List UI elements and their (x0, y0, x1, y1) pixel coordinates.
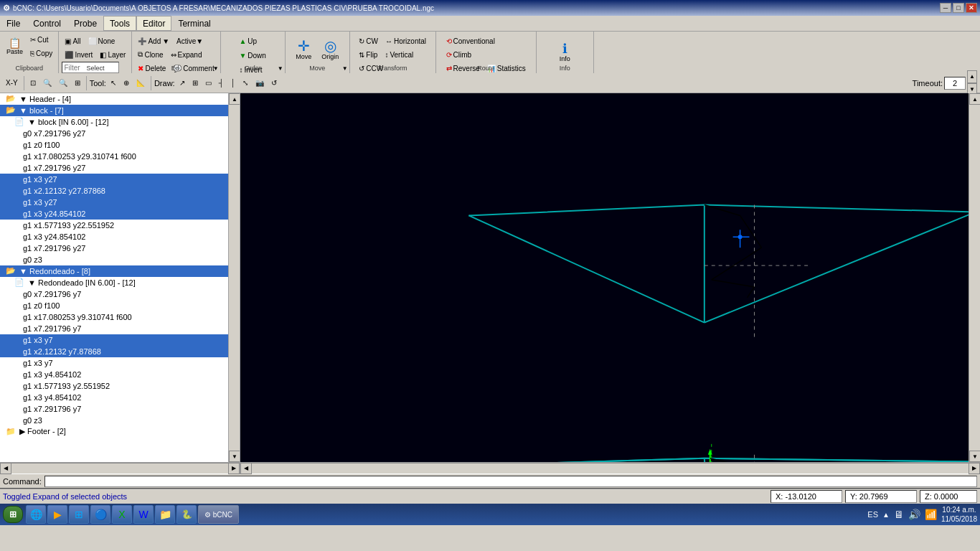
tree-item[interactable]: g1 x3 y7 (0, 334, 228, 346)
draw-undo-button[interactable]: ↺ (268, 77, 280, 90)
zoom-out-button[interactable]: 🔍 (56, 77, 70, 90)
cw-button[interactable]: ↻ CW (356, 34, 381, 47)
timeout-input[interactable] (944, 77, 966, 90)
lp-hscroll-track[interactable] (11, 463, 228, 474)
taskbar-excel-button[interactable]: X (112, 505, 132, 524)
command-input[interactable] (44, 476, 977, 487)
tree-item[interactable]: 📂 ▼ Header - [4] (0, 93, 228, 105)
zoom-fit-button[interactable]: ⊡ (27, 77, 39, 90)
zoom-in-button[interactable]: 🔍 (40, 77, 55, 90)
tool-measure-button[interactable]: 📐 (133, 77, 148, 90)
draw-camera-button[interactable]: 📷 (253, 77, 267, 90)
climb-button[interactable]: ⟳ Climb (443, 48, 475, 61)
cut-button[interactable]: ✂ Cut (27, 34, 55, 47)
add-button[interactable]: ➕ Add ▼ (135, 34, 172, 47)
draw-mark-button[interactable]: │ (228, 77, 238, 90)
order-up-button[interactable]: ▲ Up (236, 34, 268, 47)
canvas-hscroll-track[interactable] (252, 463, 969, 474)
timeout-up-button[interactable]: ▲ (967, 70, 977, 83)
draw-grid-button[interactable]: ⊞ (189, 77, 201, 90)
canvas-scroll-track[interactable] (969, 105, 980, 451)
taskbar-media-button[interactable]: ▶ (47, 505, 67, 524)
taskbar-ie-button[interactable]: 🌐 (26, 505, 46, 524)
tree-item[interactable]: g1 z0 f100 (0, 300, 228, 311)
taskbar-chrome-button[interactable]: 🔵 (90, 505, 110, 524)
menu-terminal[interactable]: Terminal (171, 16, 217, 31)
maximize-button[interactable]: □ (953, 3, 964, 13)
menu-probe[interactable]: Probe (67, 16, 103, 31)
info-button[interactable]: ℹ Info (554, 39, 575, 66)
tree-item[interactable]: g1 x1.577193 y22.551952 (0, 220, 228, 231)
taskbar-files-button[interactable]: 📁 (155, 505, 175, 524)
coord-xy-button[interactable]: X-Y (3, 77, 21, 90)
tree-item[interactable]: g1 x3 y24.854102 (0, 208, 228, 220)
copy-button[interactable]: ⎘ Copy (27, 47, 55, 60)
tree-item[interactable]: 📂 ▼ Redondeado - [8] (0, 265, 228, 277)
move-button[interactable]: ✛ Move (292, 36, 315, 63)
tree-item[interactable]: g1 x3 y4.854102 (0, 369, 228, 380)
origin-button[interactable]: ◎ Origin (318, 36, 342, 63)
select-none-button[interactable]: ⬜ None (85, 34, 118, 47)
canvas-scroll-up-button[interactable]: ▲ (969, 93, 980, 105)
expand-button[interactable]: ⇔ Expand (168, 48, 205, 61)
menu-tools[interactable]: Tools (103, 16, 136, 31)
tool-cursor-button[interactable]: ↖ (108, 77, 119, 90)
paste-button[interactable]: 📋 Paste (3, 33, 27, 60)
tree-item[interactable]: g1 x7.291796 y7 (0, 323, 228, 334)
taskbar-windows-button[interactable]: ⊞ (69, 505, 89, 524)
draw-rect-button[interactable]: ▭ (202, 77, 215, 90)
tree-item[interactable]: g1 x7.291796 y27 (0, 242, 228, 254)
tree-item[interactable]: 📂 ▼ block - [7] (0, 105, 228, 116)
tree-item[interactable]: g1 x17.080253 y9.310741 f600 (0, 311, 228, 323)
canvas-hscroll-right-button[interactable]: ▶ (969, 463, 980, 474)
draw-rapid-button[interactable]: ⤡ (240, 77, 251, 90)
tree-item[interactable]: 📁 ▶ Footer - [2] (0, 426, 228, 438)
tool-crosshair-button[interactable]: ⊕ (121, 77, 132, 90)
horizontal-button[interactable]: ↔ Horizontal (382, 34, 429, 47)
tree-item[interactable]: g1 x3 y4.854102 (0, 392, 228, 403)
lp-hscroll-left-button[interactable]: ◀ (0, 463, 11, 474)
scroll-up-button[interactable]: ▲ (229, 93, 240, 105)
menu-editor[interactable]: Editor (136, 16, 171, 31)
close-button[interactable]: ✕ (966, 3, 977, 13)
taskbar-python-button[interactable]: 🐍 (176, 505, 197, 524)
tree-item[interactable]: 📄 ▼ block [IN 6.00] - [12] (0, 116, 228, 128)
zoom-select-button[interactable]: ⊞ (72, 77, 83, 90)
taskbar-bcnc-button[interactable]: ⚙ bCNC (198, 505, 239, 524)
tree-item[interactable]: g1 x1.577193 y2.551952 (0, 380, 228, 392)
scroll-track[interactable] (229, 105, 240, 451)
menu-control[interactable]: Control (27, 16, 67, 31)
start-button[interactable]: ⊞ (3, 506, 23, 523)
draw-path-button[interactable]: ↗ (176, 77, 188, 90)
minimize-button[interactable]: ─ (940, 3, 951, 13)
tree-item[interactable]: g1 x17.080253 y29.310741 f600 (0, 151, 228, 162)
tree-item[interactable]: g0 x7.291796 y27 (0, 128, 228, 139)
canvas-area[interactable] (240, 93, 969, 462)
tree-item[interactable]: g0 x7.291796 y7 (0, 288, 228, 300)
tree-item[interactable]: g1 x3 y24.854102 (0, 231, 228, 242)
tree-item[interactable]: g0 z3 (0, 254, 228, 265)
menu-file[interactable]: File (0, 16, 27, 31)
order-down-button[interactable]: ▼ Down (236, 49, 268, 62)
tree-item[interactable]: g0 z3 (0, 415, 228, 426)
flip-button[interactable]: ⇅ Flip (356, 48, 380, 61)
tree-item[interactable]: g1 x3 y27 (0, 197, 228, 208)
conventional-button[interactable]: ⟲ Conventional (443, 34, 498, 47)
clone-button[interactable]: ⧉ Clone (135, 48, 166, 61)
tree-item[interactable]: 📄 ▼ Redondeado [IN 6.00] - [12] (0, 277, 228, 288)
scroll-down-button[interactable]: ▼ (229, 451, 240, 462)
draw-measure-button[interactable]: ┤ (216, 77, 227, 90)
lp-hscroll-right-button[interactable]: ▶ (228, 463, 240, 474)
tree-item[interactable]: g1 z0 f100 (0, 139, 228, 151)
canvas-scroll-down-button[interactable]: ▼ (969, 451, 980, 462)
vertical-button[interactable]: ↕ Vertical (382, 48, 416, 61)
select-layer-button[interactable]: ◧ Layer (97, 48, 128, 61)
taskbar-word-button[interactable]: W (133, 505, 154, 524)
tree-item[interactable]: g1 x7.291796 y7 (0, 403, 228, 415)
select-invert-button[interactable]: ⬛ Invert (62, 48, 95, 61)
active-button[interactable]: Active▼ (174, 34, 206, 47)
canvas-hscroll-left-button[interactable]: ◀ (240, 463, 252, 474)
tree-item[interactable]: g1 x7.291796 y27 (0, 162, 228, 174)
tree-item[interactable]: g1 x2.12132 y27.87868 (0, 185, 228, 197)
tree-item[interactable]: g1 x3 y27 (0, 174, 228, 185)
